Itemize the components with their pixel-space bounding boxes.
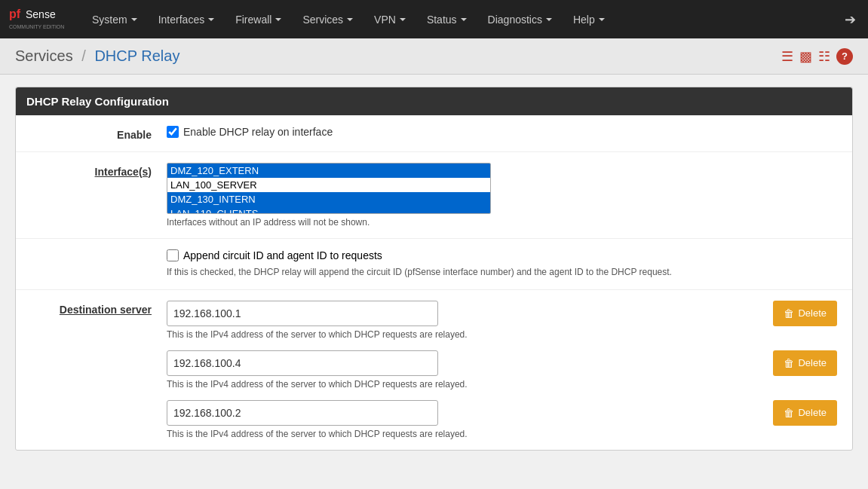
enable-checkbox-label: Enable DHCP relay on interface [183, 126, 333, 138]
enable-content: Enable DHCP relay on interface [167, 126, 837, 138]
svg-text:Sense: Sense [26, 8, 56, 20]
nav-firewall[interactable]: Firewall [225, 0, 292, 38]
circuit-content: Append circuit ID and agent ID to reques… [167, 249, 837, 279]
interfaces-hint: Interfaces without an IP address will no… [167, 217, 837, 228]
chevron-down-icon [347, 18, 353, 21]
breadcrumb-current: DHCP Relay [94, 47, 179, 64]
destination-input-2[interactable] [167, 350, 438, 376]
destination-entry-2: This is the IPv4 address of the server t… [167, 350, 837, 390]
chevron-down-icon [400, 18, 406, 21]
circuit-checkbox-group: Append circuit ID and agent ID to reques… [167, 249, 837, 261]
destination-hint-2: This is the IPv4 address of the server t… [167, 379, 765, 390]
panel-title: DHCP Relay Configuration [16, 87, 852, 115]
nav-menu: System Interfaces Firewall Services VPN … [81, 0, 839, 38]
nav-status[interactable]: Status [416, 0, 477, 38]
dest-input-group-3: This is the IPv4 address of the server t… [167, 400, 765, 439]
nav-vpn[interactable]: VPN [363, 0, 416, 38]
chevron-down-icon [546, 18, 552, 21]
trash-icon-1: 🗑 [784, 307, 794, 319]
breadcrumb-parent[interactable]: Services [15, 47, 73, 64]
panel-body: Enable Enable DHCP relay on interface In… [16, 115, 852, 450]
chevron-down-icon [131, 18, 137, 21]
destination-entry-3: This is the IPv4 address of the server t… [167, 400, 837, 439]
interfaces-select[interactable]: DMZ_120_EXTERN LAN_100_SERVER DMZ_130_IN… [167, 163, 491, 214]
nav-services[interactable]: Services [292, 0, 363, 38]
chevron-down-icon [461, 18, 467, 21]
nav-system[interactable]: System [81, 0, 148, 38]
destination-entry-1: This is the IPv4 address of the server t… [167, 301, 837, 340]
settings-icon[interactable]: ☰ [781, 48, 793, 65]
enable-checkbox-group: Enable DHCP relay on interface [167, 126, 837, 138]
circuit-label-empty [31, 249, 167, 252]
enable-label: Enable [31, 126, 167, 141]
nav-diagnostics[interactable]: Diagnostics [477, 0, 563, 38]
breadcrumb: Services / DHCP Relay [15, 47, 179, 65]
enable-row: Enable Enable DHCP relay on interface [16, 115, 852, 152]
brand-logo[interactable]: pf Sense COMMUNITY EDITION [6, 5, 74, 35]
nav-help[interactable]: Help [563, 0, 615, 38]
destination-row: Destination server This is the IPv4 addr… [16, 290, 852, 450]
nav-interfaces[interactable]: Interfaces [148, 0, 225, 38]
chevron-down-icon [275, 18, 281, 21]
destination-content: This is the IPv4 address of the server t… [167, 301, 837, 439]
delete-button-1[interactable]: 🗑 Delete [773, 301, 837, 326]
circuit-id-row: Append circuit ID and agent ID to reques… [16, 239, 852, 290]
page-header: Services / DHCP Relay ☰ ▩ ☷ ? [0, 38, 868, 75]
enable-checkbox[interactable] [167, 126, 179, 138]
config-panel: DHCP Relay Configuration Enable Enable D… [15, 87, 853, 451]
navbar: pf Sense COMMUNITY EDITION System Interf… [0, 0, 868, 38]
interfaces-row: Interface(s) DMZ_120_EXTERN LAN_100_SERV… [16, 152, 852, 239]
destination-hint-1: This is the IPv4 address of the server t… [167, 329, 765, 340]
circuit-label: Append circuit ID and agent ID to reques… [183, 249, 382, 261]
delete-button-3[interactable]: 🗑 Delete [773, 400, 837, 426]
main-content: DHCP Relay Configuration Enable Enable D… [0, 75, 868, 463]
list-icon[interactable]: ☷ [818, 48, 830, 65]
breadcrumb-separator: / [81, 47, 86, 64]
help-icon[interactable]: ? [836, 48, 853, 65]
destination-label[interactable]: Destination server [31, 301, 167, 316]
header-icons: ☰ ▩ ☷ ? [781, 48, 853, 65]
dest-input-group-1: This is the IPv4 address of the server t… [167, 301, 765, 340]
svg-text:pf: pf [9, 8, 21, 20]
chart-icon[interactable]: ▩ [799, 48, 812, 65]
destination-input-1[interactable] [167, 301, 438, 326]
interfaces-label[interactable]: Interface(s) [31, 163, 167, 178]
logout-icon[interactable]: ➔ [839, 11, 862, 28]
trash-icon-2: 🗑 [784, 357, 794, 369]
destination-hint-3: This is the IPv4 address of the server t… [167, 429, 765, 439]
destination-input-3[interactable] [167, 400, 438, 426]
chevron-down-icon [208, 18, 214, 21]
svg-text:COMMUNITY EDITION: COMMUNITY EDITION [9, 24, 64, 29]
dest-input-group-2: This is the IPv4 address of the server t… [167, 350, 765, 390]
trash-icon-3: 🗑 [784, 407, 794, 419]
chevron-down-icon [599, 18, 605, 21]
circuit-checkbox[interactable] [167, 249, 179, 261]
circuit-description: If this is checked, the DHCP relay will … [167, 266, 837, 279]
delete-button-2[interactable]: 🗑 Delete [773, 350, 837, 376]
interfaces-content: DMZ_120_EXTERN LAN_100_SERVER DMZ_130_IN… [167, 163, 837, 228]
